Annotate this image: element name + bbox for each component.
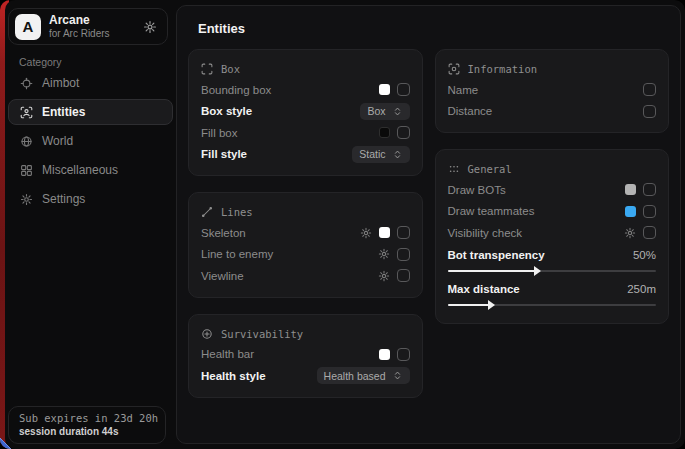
row-label: Visibility check — [448, 227, 523, 239]
row-line-to-enemy: Line to enemy — [201, 244, 410, 266]
main-content: Entities BoxBounding boxBox styleBoxFill… — [176, 5, 681, 444]
sidebar-item-aimbot[interactable]: Aimbot — [8, 70, 173, 96]
max-distance-slider[interactable] — [448, 304, 657, 306]
row-controls — [379, 83, 410, 96]
sidebar-item-label: Settings — [42, 192, 85, 206]
sidebar: A Arcane for Arc Riders Category AimbotE… — [5, 0, 176, 449]
panel-header-information: Information — [448, 59, 657, 79]
slider-fill — [448, 270, 536, 272]
row-skeleton: Skeleton — [201, 222, 410, 244]
bounding-box-checkbox[interactable] — [397, 83, 410, 96]
row-controls — [379, 126, 410, 139]
app-surface: A Arcane for Arc Riders Category AimbotE… — [5, 0, 685, 449]
draw-bots-checkbox[interactable] — [643, 183, 656, 196]
slider-handle[interactable] — [488, 300, 495, 310]
row-controls — [625, 205, 656, 218]
row-label: Viewline — [201, 270, 244, 282]
row-controls — [378, 269, 410, 282]
fill-style-dropdown[interactable]: Static — [352, 146, 409, 163]
gear-icon[interactable] — [378, 270, 390, 282]
draw-teammates-color-swatch[interactable] — [625, 206, 636, 217]
row-label: Line to enemy — [201, 248, 273, 260]
panel-header-survivability: Survivability — [201, 324, 410, 344]
row-label: Fill style — [201, 148, 247, 160]
row-label: Box style — [201, 105, 252, 117]
row-bounding-box: Bounding box — [201, 79, 410, 101]
grid-icon — [20, 164, 33, 177]
line-to-enemy-checkbox[interactable] — [397, 248, 410, 261]
row-distance: Distance — [448, 101, 657, 123]
row-controls — [379, 348, 410, 361]
app-subtitle: for Arc Riders — [49, 28, 110, 40]
row-health-bar: Health bar — [201, 344, 410, 366]
distance-checkbox[interactable] — [643, 105, 656, 118]
slider-value: 250m — [627, 283, 656, 295]
row-controls — [360, 226, 410, 239]
row-controls — [625, 183, 656, 196]
panel-title: Box — [221, 63, 240, 75]
fill-box-color-swatch[interactable] — [379, 127, 390, 138]
fill-box-checkbox[interactable] — [397, 126, 410, 139]
row-controls: Static — [352, 146, 409, 163]
slider-value: 50% — [633, 249, 656, 261]
chevron-updown-icon — [392, 149, 403, 160]
app-header-card: A Arcane for Arc Riders — [8, 8, 168, 45]
panel-title: Survivability — [221, 328, 303, 340]
gear-icon[interactable] — [624, 227, 636, 239]
category-label: Category — [19, 56, 62, 68]
panel-columns: BoxBounding boxBox styleBoxFill boxFill … — [187, 49, 670, 398]
visibility-check-checkbox[interactable] — [643, 226, 656, 239]
app-title-block: Arcane for Arc Riders — [49, 14, 110, 39]
gear-icon[interactable] — [360, 227, 372, 239]
app-window: A Arcane for Arc Riders Category AimbotE… — [0, 0, 685, 449]
health-bar-color-swatch[interactable] — [379, 349, 390, 360]
row-controls — [378, 248, 410, 261]
draw-bots-color-swatch[interactable] — [625, 184, 636, 195]
dropdown-value: Health based — [324, 370, 386, 382]
gear-icon[interactable] — [143, 20, 157, 34]
sidebar-item-settings[interactable]: Settings — [8, 186, 173, 212]
row-label: Health bar — [201, 348, 254, 360]
panel-header-general: General — [448, 159, 657, 179]
slider-handle[interactable] — [534, 266, 541, 276]
panel-lines: LinesSkeletonLine to enemyViewline — [188, 192, 423, 298]
dropdown-value: Static — [359, 148, 385, 160]
row-draw-bots: Draw BOTs — [448, 179, 657, 201]
panel-title: Information — [468, 63, 538, 75]
skeleton-color-swatch[interactable] — [379, 227, 390, 238]
row-label: Fill box — [201, 127, 237, 139]
row-fill-box: Fill box — [201, 122, 410, 144]
slider-label: Max distance — [448, 283, 520, 295]
slider-label: Bot transpenency — [448, 249, 545, 261]
bounding-box-color-swatch[interactable] — [379, 84, 390, 95]
sidebar-item-miscellaneous[interactable]: Miscellaneous — [8, 157, 173, 183]
row-controls — [624, 226, 656, 239]
sidebar-item-world[interactable]: World — [8, 128, 173, 154]
name-checkbox[interactable] — [643, 83, 656, 96]
panel-header-box: Box — [201, 59, 410, 79]
box-style-dropdown[interactable]: Box — [360, 103, 409, 120]
draw-teammates-checkbox[interactable] — [643, 205, 656, 218]
general-icon — [448, 163, 460, 175]
skeleton-checkbox[interactable] — [397, 226, 410, 239]
bot-transpenency-slider[interactable] — [448, 270, 657, 272]
gear-icon[interactable] — [378, 248, 390, 260]
sidebar-item-label: Entities — [42, 105, 85, 119]
row-label: Skeleton — [201, 227, 246, 239]
panel-general: GeneralDraw BOTsDraw teammatesVisibility… — [435, 149, 670, 324]
health-style-dropdown[interactable]: Health based — [317, 367, 410, 384]
row-controls: Box — [360, 103, 409, 120]
survivability-icon — [201, 328, 213, 340]
row-controls — [643, 105, 656, 118]
row-draw-teammates: Draw teammates — [448, 201, 657, 223]
panel-survivability: SurvivabilityHealth barHealth styleHealt… — [188, 314, 423, 398]
row-name: Name — [448, 79, 657, 101]
row-controls — [643, 83, 656, 96]
health-bar-checkbox[interactable] — [397, 348, 410, 361]
viewline-checkbox[interactable] — [397, 269, 410, 282]
sidebar-nav: AimbotEntitiesWorldMiscellaneousSettings — [8, 70, 173, 212]
sidebar-item-entities[interactable]: Entities — [8, 99, 173, 125]
bounding-box-icon — [201, 63, 213, 75]
page-title: Entities — [198, 21, 670, 36]
row-controls: Health based — [317, 367, 410, 384]
